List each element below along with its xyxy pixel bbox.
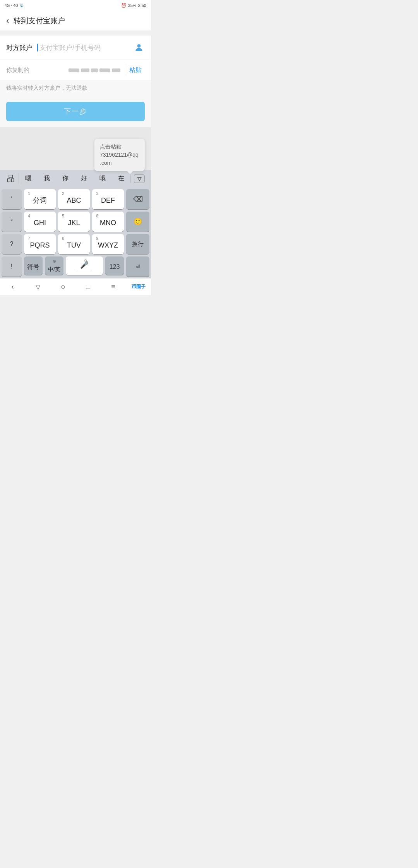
key-main-jkl: JKL (68, 219, 80, 227)
suggest-word-3[interactable]: 好 (79, 173, 89, 184)
key-label: ! (11, 263, 12, 270)
suggest-words: 嗯 我 你 好 哦 在 (19, 173, 130, 184)
account-row: 对方账户 支付宝账户/手机号码 (0, 36, 151, 60)
signal-dot: · (11, 3, 12, 8)
key-backspace[interactable]: ⌫ (126, 189, 149, 209)
key-num-7: 7 (26, 235, 30, 241)
key-num-1: 1 (26, 190, 30, 196)
key-newline-bottom[interactable]: ⏎ (126, 256, 149, 277)
nav-back-icon: ‹ (12, 283, 14, 291)
backspace-icon: ⌫ (133, 195, 143, 203)
nav-logo-text: 币圈子 (132, 284, 146, 290)
key-num-2: 2 (60, 190, 64, 196)
key-label: ° (10, 218, 13, 225)
main-keys: 1 分词 2 ABC 3 DEF 4 GHI 5 JKL 6 M (24, 189, 124, 277)
key-main-abc: ABC (67, 196, 81, 205)
nav-triangle-icon: ▽ (36, 283, 40, 290)
dot2 (81, 68, 89, 72)
header: ‹ 转到支付宝账户 (0, 11, 151, 31)
keyboard-row-3: 7 PQRS 8 TUV 9 WXYZ (24, 234, 124, 254)
key-emoji[interactable]: 🙂 (126, 212, 149, 232)
nav-menu-icon: ≡ (111, 283, 115, 291)
key-num-4: 4 (26, 212, 30, 218)
newline-label: 换行 (132, 241, 144, 248)
emoji-icon: 🙂 (134, 217, 142, 226)
account-label: 对方账户 (6, 43, 33, 52)
key-lang-label: 中/英 (48, 266, 60, 273)
account-input-placeholder[interactable]: 支付宝账户/手机号码 (39, 43, 133, 52)
key-8-tuv[interactable]: 8 TUV (58, 234, 90, 254)
key-label: ? (10, 241, 14, 248)
key-label: ' (11, 196, 12, 203)
key-apostrophe[interactable]: ' (2, 189, 22, 209)
suggest-word-5[interactable]: 在 (116, 173, 127, 184)
key-3-def[interactable]: 3 DEF (92, 189, 124, 209)
space-line (77, 271, 92, 271)
person-icon (134, 43, 144, 53)
key-symbol[interactable]: 符号 (24, 256, 43, 275)
key-num-5: 5 (60, 212, 64, 218)
key-main-fenci: 分词 (33, 196, 47, 205)
nav-logo: 币圈子 (126, 279, 151, 295)
hide-keyboard-icon: ▽ (134, 174, 145, 183)
side-keys-left: ' ° ? ! (2, 189, 22, 277)
paste-tooltip[interactable]: 点击粘贴 731962121@qq .com (94, 139, 145, 171)
key-main-def: DEF (101, 196, 115, 205)
nav-home-icon: ○ (60, 282, 65, 291)
key-2-abc[interactable]: 2 ABC (58, 189, 90, 209)
key-zero-num: 0 (82, 257, 87, 263)
nav-back-button[interactable]: ‹ (0, 279, 25, 295)
suggest-hide-btn[interactable]: ▽ (130, 174, 148, 183)
grid-icon[interactable]: 品 (3, 173, 19, 184)
key-main-tuv: TUV (67, 241, 81, 249)
paste-prefix: 你复制的 (6, 67, 66, 74)
keyboard-row-2: 4 GHI 5 JKL 6 MNO (24, 212, 124, 232)
tooltip-line3: .com (100, 159, 139, 167)
contact-picker-icon[interactable] (133, 42, 145, 53)
nav-back-triangle[interactable]: ▽ (25, 279, 50, 295)
key-main-mno: MNO (100, 219, 116, 227)
nav-menu-button[interactable]: ≡ (101, 279, 126, 295)
back-button[interactable]: ‹ (6, 16, 9, 26)
nav-square-button[interactable]: □ (75, 279, 101, 295)
paste-button[interactable]: 粘贴 (126, 65, 145, 76)
suggest-word-0[interactable]: 嗯 (23, 173, 34, 184)
key-question[interactable]: ? (2, 234, 22, 254)
signal-4g-2: 4G (13, 3, 18, 8)
key-exclaim[interactable]: ! (2, 256, 22, 277)
keyboard-row-1: 1 分词 2 ABC 3 DEF (24, 189, 124, 209)
key-lang[interactable]: ⊕ 中/英 (45, 256, 63, 275)
key-7-pqrs[interactable]: 7 PQRS (24, 234, 56, 254)
key-123-label: 123 (110, 263, 120, 270)
suggest-word-4[interactable]: 哦 (97, 173, 108, 184)
suggest-word-2[interactable]: 你 (60, 173, 71, 184)
nav-square-icon: □ (86, 283, 90, 291)
key-space[interactable]: 0 🎤 (66, 256, 103, 275)
key-main-wxyz: WXYZ (98, 241, 118, 249)
paste-suggestion-row: 你复制的 粘贴 (0, 60, 151, 81)
form-area: 对方账户 支付宝账户/手机号码 你复制的 粘贴 (0, 36, 151, 81)
status-right: ⏰ 35% 2:50 (121, 3, 146, 8)
status-left: 4G · 4G 📡 (5, 3, 24, 8)
key-period[interactable]: ° (2, 212, 22, 232)
nav-bar: ‹ ▽ ○ □ ≡ 币圈子 (0, 278, 151, 295)
key-123[interactable]: 123 (105, 256, 124, 275)
key-num-3: 3 (94, 190, 98, 196)
nav-home-button[interactable]: ○ (50, 279, 75, 295)
keyboard: ' ° ? ! 1 分词 2 ABC 3 DEF (0, 187, 151, 278)
key-1-fenci[interactable]: 1 分词 (24, 189, 56, 209)
globe-icon: ⊕ (53, 259, 56, 264)
key-6-mno[interactable]: 6 MNO (92, 212, 124, 232)
svg-point-0 (137, 44, 141, 48)
next-button[interactable]: 下一步 (6, 102, 145, 121)
key-num-9: 9 (94, 235, 98, 241)
keyboard-row-bottom: 符号 ⊕ 中/英 0 🎤 123 (24, 256, 124, 275)
key-9-wxyz[interactable]: 9 WXYZ (92, 234, 124, 254)
key-5-jkl[interactable]: 5 JKL (58, 212, 90, 232)
suggest-word-1[interactable]: 我 (41, 173, 52, 184)
key-newline[interactable]: 换行 (126, 234, 149, 254)
notice-text: 钱将实时转入对方账户，无法退款 (0, 81, 151, 96)
key-4-ghi[interactable]: 4 GHI (24, 212, 56, 232)
dot1 (69, 68, 79, 72)
dot4 (99, 68, 110, 72)
